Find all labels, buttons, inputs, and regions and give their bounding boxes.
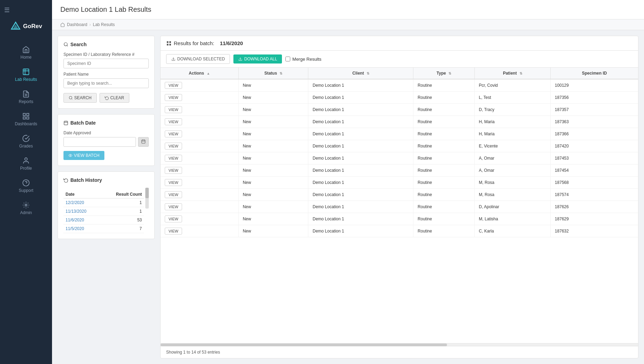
action-cell: VIEW: [161, 201, 238, 213]
view-button[interactable]: VIEW: [165, 143, 182, 150]
search-button[interactable]: SEARCH: [63, 93, 97, 103]
download-all-button[interactable]: DOWNLOAD ALL: [233, 54, 282, 64]
sidebar-item-profile-label: Profile: [20, 166, 32, 171]
list-item: 11/6/2020 53: [63, 216, 144, 225]
specimen-id-cell: 187453: [550, 152, 638, 164]
patient-cell: E, Vicente: [474, 140, 550, 152]
merge-results-label[interactable]: Merge Results: [285, 57, 321, 62]
merge-results-checkbox[interactable]: [285, 57, 290, 61]
results-toolbar: DOWNLOAD SELECTED DOWNLOAD ALL Merge Res…: [161, 51, 638, 68]
download-selected-button[interactable]: DOWNLOAD SELECTED: [166, 54, 230, 64]
sidebar-item-dashboards[interactable]: Dashboards: [0, 108, 52, 130]
app-logo: GoRev: [10, 18, 42, 35]
patient-cell: M, Rosa: [474, 189, 550, 201]
batch-label: Results for batch:: [174, 40, 214, 46]
action-cell: VIEW: [161, 164, 238, 177]
patient-cell: H, Maria: [474, 116, 550, 128]
history-date[interactable]: 12/2/2020: [63, 198, 100, 207]
patient-input[interactable]: [63, 78, 149, 88]
client-cell: Demo Location 1: [308, 104, 413, 116]
patient-cell: L, Test: [474, 92, 550, 104]
view-button[interactable]: VIEW: [165, 191, 182, 198]
history-date[interactable]: 11/5/2020: [63, 225, 100, 233]
col-status[interactable]: Status ⇅: [238, 68, 308, 79]
view-button[interactable]: VIEW: [165, 82, 182, 89]
type-cell: Routine: [413, 225, 475, 237]
sidebar-item-home-label: Home: [20, 55, 32, 60]
sidebar-item-support[interactable]: Support: [0, 175, 52, 197]
list-item: 11/5/2020 7: [63, 225, 144, 233]
svg-point-14: [69, 96, 72, 99]
action-cell: VIEW: [161, 92, 238, 104]
view-button[interactable]: VIEW: [165, 155, 182, 162]
history-date[interactable]: 11/13/2020: [63, 207, 100, 216]
breadcrumb-dashboard[interactable]: Dashboard: [67, 22, 87, 27]
calendar-picker-button[interactable]: [138, 137, 149, 147]
client-cell: Demo Location 1: [308, 152, 413, 164]
action-cell: VIEW: [161, 152, 238, 164]
client-sort-icon: ⇅: [367, 71, 369, 75]
refresh-icon: [105, 96, 109, 100]
svg-rect-4: [23, 113, 25, 116]
patient-cell: A, Omar: [474, 164, 550, 177]
patient-cell: C, Karla: [474, 225, 550, 237]
action-cell: VIEW: [161, 213, 238, 225]
sidebar-item-reports[interactable]: Reports: [0, 86, 52, 108]
table-row: VIEW New Demo Location 1 Routine L, Test…: [161, 92, 638, 104]
view-button[interactable]: VIEW: [165, 130, 182, 137]
history-date[interactable]: 11/6/2020: [63, 216, 100, 225]
status-cell: New: [238, 140, 308, 152]
view-button[interactable]: VIEW: [165, 215, 182, 222]
date-approved-input[interactable]: [63, 137, 136, 147]
svg-rect-7: [27, 117, 29, 119]
specimen-id-cell: 187366: [550, 128, 638, 140]
download-selected-icon: [171, 57, 175, 61]
view-button[interactable]: VIEW: [165, 94, 182, 101]
type-cell: Routine: [413, 152, 475, 164]
sidebar-item-admin[interactable]: Admin: [0, 197, 52, 219]
col-patient[interactable]: Patient ⇅: [474, 68, 550, 79]
hamburger-icon[interactable]: ☰: [4, 6, 10, 14]
type-cell: Routine: [413, 128, 475, 140]
col-actions[interactable]: Actions ▲: [161, 68, 238, 79]
svg-line-15: [71, 99, 72, 99]
view-button[interactable]: VIEW: [165, 203, 182, 210]
col-type[interactable]: Type ⇅: [413, 68, 475, 79]
clear-button[interactable]: CLEAR: [100, 93, 129, 103]
specimen-input[interactable]: [63, 59, 149, 68]
sidebar-item-grades[interactable]: Grades: [0, 130, 52, 153]
view-batch-button[interactable]: VIEW BATCH: [63, 151, 104, 160]
table-header-row: Actions ▲ Status ⇅ Client ⇅: [161, 68, 638, 79]
svg-rect-25: [167, 41, 169, 43]
client-cell: Demo Location 1: [308, 213, 413, 225]
view-button[interactable]: VIEW: [165, 106, 182, 113]
history-icon: [63, 178, 68, 183]
search-icon: [69, 96, 73, 100]
client-cell: Demo Location 1: [308, 225, 413, 237]
results-table-wrapper[interactable]: Actions ▲ Status ⇅ Client ⇅: [161, 68, 638, 343]
action-cell: VIEW: [161, 104, 238, 116]
view-button[interactable]: VIEW: [165, 179, 182, 186]
col-specimen-id[interactable]: Specimen ID: [550, 68, 638, 79]
content-area: Search Specimen ID / Laboratory Referenc…: [52, 30, 644, 364]
search-panel: Search Specimen ID / Laboratory Referenc…: [58, 36, 155, 109]
view-button[interactable]: VIEW: [165, 118, 182, 125]
type-cell: Routine: [413, 189, 475, 201]
breadcrumb-separator: ›: [89, 22, 91, 27]
horizontal-scrollbar-thumb: [161, 344, 447, 346]
sidebar-item-profile[interactable]: Profile: [0, 153, 52, 175]
list-item: 12/2/2020 1: [63, 198, 144, 207]
view-button[interactable]: VIEW: [165, 228, 182, 235]
sidebar-item-home[interactable]: Home: [0, 42, 52, 64]
type-cell: Routine: [413, 201, 475, 213]
type-cell: Routine: [413, 140, 475, 152]
status-cell: New: [238, 104, 308, 116]
sidebar-item-lab-results[interactable]: Lab Results: [0, 64, 52, 86]
batch-history-panel: Batch History Date Result Count 12/2/: [58, 171, 155, 239]
specimen-id-cell: 187574: [550, 189, 638, 201]
col-client[interactable]: Client ⇅: [308, 68, 413, 79]
search-buttons: SEARCH CLEAR: [63, 93, 149, 103]
svg-rect-6: [23, 117, 25, 119]
view-button[interactable]: VIEW: [165, 167, 182, 174]
horizontal-scrollbar-track[interactable]: [161, 343, 638, 346]
